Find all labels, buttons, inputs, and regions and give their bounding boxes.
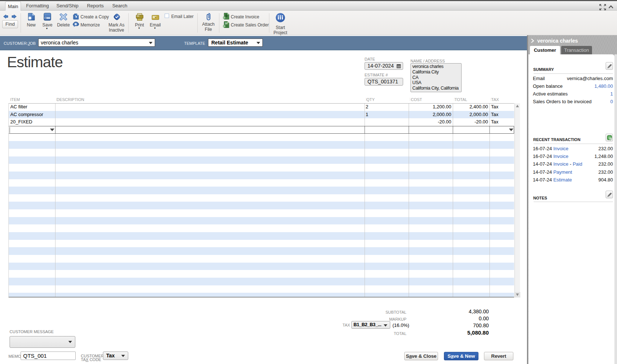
- svg-text:10: 10: [225, 22, 228, 25]
